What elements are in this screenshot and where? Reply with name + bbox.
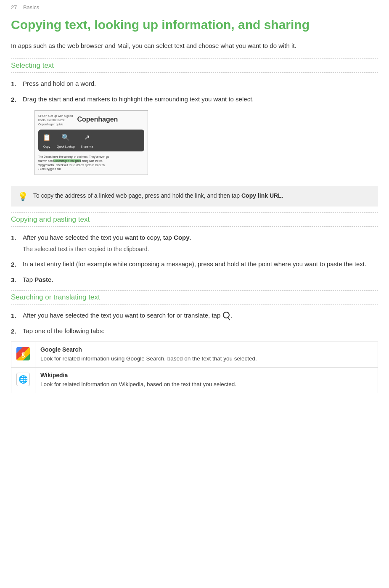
step-content: After you have selected the text you wan… [23,233,378,254]
google-icon: g [16,347,30,360]
step-number: 1. [11,310,23,321]
page-title: Copying text, looking up information, an… [11,17,378,32]
searching-translating-heading: Searching or translating text [11,293,100,301]
google-search-title: Google Search [40,346,373,353]
section-label: Basics [23,4,39,11]
selecting-text-steps: 1. Press and hold on a word. 2. Drag the… [11,79,378,181]
tip-icon: 💡 [18,191,28,201]
screenshot-mockup: SHOP: Get up with a good book - like the… [34,110,148,175]
list-item: 3. Tap Paste. [11,275,378,285]
step-content: Drag the start and end markers to highli… [23,94,378,181]
list-item: 1. After you have selected the text you … [11,233,378,254]
search-options-table: g Google Search Look for related informa… [11,342,378,394]
ss-share-item: ↗ Share via [81,132,93,149]
ss-copy-item: 📋 Copy [42,132,51,149]
ss-quick-lookup-item: 🔍 Quick Lookup [57,132,75,149]
google-search-desc: Look for related information using Googl… [40,355,373,363]
step-content: Tap Paste. [23,275,378,285]
step-content: After you have selected the text you wan… [23,310,378,320]
step-content: Press and hold on a word. [23,79,378,89]
searching-translating-title-row: Searching or translating text [11,290,378,305]
page-header: 27 Basics [0,0,389,13]
list-item: 2. Tap one of the following tabs: [11,326,378,336]
selecting-text-heading: Selecting text [11,61,54,69]
copying-pasting-section: Copying and pasting text 1. After you ha… [11,212,378,285]
wikipedia-cell: Wikipedia Look for related information o… [35,367,378,393]
wikipedia-desc: Look for related information on Wikipedi… [40,380,373,389]
step-number: 2. [11,326,23,336]
step-number: 3. [11,275,23,285]
step-number: 2. [11,94,23,105]
wikipedia-icon-cell: 🌐 [11,367,35,393]
ss-toolbar: 📋 Copy 🔍 Quick Lookup ↗ Share via [38,130,144,151]
step-content: Tap one of the following tabs: [23,326,378,336]
searching-translating-steps: 1. After you have selected the text you … [11,310,378,336]
table-row: g Google Search Look for related informa… [11,342,378,367]
step-number: 1. [11,79,23,89]
ss-small-text: SHOP: Get up with a good book - like the… [38,114,73,126]
table-row: 🌐 Wikipedia Look for related information… [11,367,378,393]
selecting-text-title-row: Selecting text [11,58,378,73]
step-number: 1. [11,233,23,243]
searching-translating-section: Searching or translating text 1. After y… [11,290,378,394]
google-search-cell: Google Search Look for related informati… [35,342,378,367]
copying-pasting-steps: 1. After you have selected the text you … [11,233,378,285]
search-icon [223,312,230,318]
google-icon-cell: g [11,342,35,367]
list-item: 1. After you have selected the text you … [11,310,378,321]
list-item: 2. Drag the start and end markers to hig… [11,94,378,181]
selecting-text-section: Selecting text 1. Press and hold on a wo… [11,58,378,181]
list-item: 1. Press and hold on a word. [11,79,378,89]
step-content: In a text entry field (for example while… [23,259,378,269]
copying-pasting-heading: Copying and pasting text [11,215,90,223]
ss-city-name: Copenhagen [77,114,118,125]
step-number: 2. [11,259,23,270]
tip-text: To copy the address of a linked web page… [33,191,283,200]
page-number: 27 [11,4,17,11]
list-item: 2. In a text entry field (for example wh… [11,259,378,270]
copying-pasting-title-row: Copying and pasting text [11,212,378,227]
wikipedia-title: Wikipedia [40,372,373,379]
wikipedia-icon: 🌐 [16,373,30,386]
sub-text: The selected text is then copied to the … [23,244,378,254]
intro-text: In apps such as the web browser and Mail… [11,41,378,51]
tip-box: 💡 To copy the address of a linked web pa… [11,186,378,207]
ss-body-text: The Danes have the concept of cosiness. … [38,155,144,171]
